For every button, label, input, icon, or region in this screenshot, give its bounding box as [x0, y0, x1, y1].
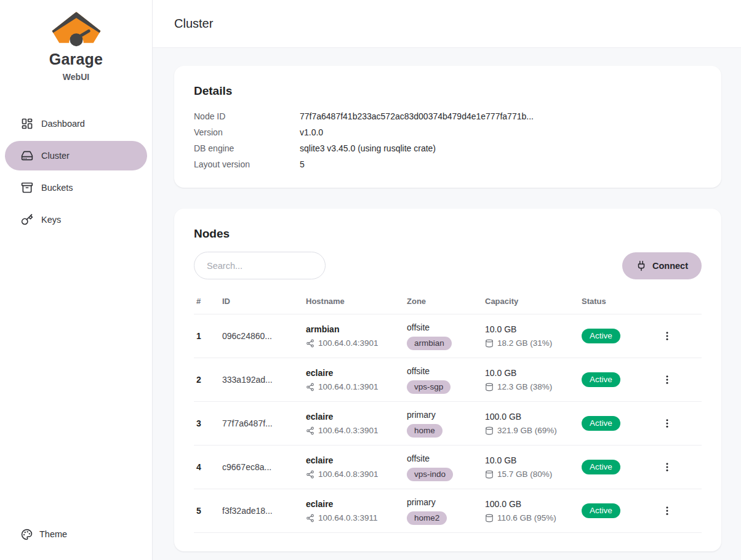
zone-tag-badge: home — [407, 424, 443, 438]
details-rows: Node ID 77f7a6487f41b233ac572ac83d00374b… — [194, 111, 702, 169]
node-usage-row: 18.2 GB (31%) — [485, 338, 577, 348]
garage-logo-icon — [50, 10, 102, 48]
sidebar-item-cluster[interactable]: Cluster — [5, 141, 147, 170]
table-row: 3 77f7a6487f... eclaire 100.64.0.3:3901 — [194, 402, 702, 446]
row-actions-menu-button[interactable] — [659, 503, 675, 519]
nodes-toolbar: Connect — [194, 252, 702, 279]
status-badge: Active — [582, 460, 620, 474]
node-hostname: armbian — [306, 324, 402, 335]
page-title: Cluster — [174, 17, 213, 31]
column-header-id: ID — [220, 288, 303, 314]
sidebar-item-label: Cluster — [41, 151, 70, 161]
node-address: 100.64.0.3:3901 — [318, 425, 379, 436]
sidebar-menu: Dashboard Cluster Buckets Keys — [0, 109, 152, 521]
details-title: Details — [194, 84, 702, 98]
node-capacity: 100.0 GB — [485, 411, 577, 423]
node-number: 4 — [194, 446, 220, 489]
zone-tag-badge: vps-sgp — [407, 380, 451, 394]
details-card: Details Node ID 77f7a6487f41b233ac572ac8… — [174, 66, 721, 188]
node-hostname: eclaire — [306, 411, 402, 423]
row-actions-menu-button[interactable] — [659, 459, 675, 475]
zone-tag-badge: armbian — [407, 337, 452, 350]
detail-row: Layout version 5 — [194, 159, 702, 169]
node-address: 100.64.0.8:3901 — [318, 469, 379, 479]
node-address: 100.64.0.1:3901 — [318, 382, 379, 392]
detail-value: sqlite3 v3.45.0 (using rusqlite crate) — [300, 143, 436, 153]
detail-label: DB engine — [194, 143, 300, 153]
connect-button[interactable]: Connect — [622, 252, 702, 279]
node-capacity: 10.0 GB — [485, 324, 577, 335]
node-zone: offsite — [407, 366, 480, 377]
plug-icon — [636, 260, 647, 271]
sidebar-item-dashboard[interactable]: Dashboard — [5, 109, 147, 138]
brand-name: Garage — [7, 50, 145, 68]
nodes-card: Nodes Connect # ID — [174, 209, 721, 551]
node-address-row: 100.64.0.3:3901 — [306, 425, 402, 436]
row-actions-menu-button[interactable] — [659, 415, 675, 431]
node-capacity: 100.0 GB — [485, 498, 577, 510]
node-id: f3f32ade18... — [220, 489, 303, 533]
brand: Garage WebUI — [0, 0, 152, 88]
search-input[interactable] — [194, 252, 326, 279]
share-icon — [306, 470, 314, 479]
share-icon — [306, 426, 314, 435]
zone-tag-badge: home2 — [407, 511, 447, 525]
share-icon — [306, 339, 314, 348]
nodes-title: Nodes — [194, 227, 702, 241]
database-icon — [485, 426, 494, 435]
detail-label: Node ID — [194, 111, 300, 121]
palette-icon — [21, 529, 33, 540]
detail-row: Node ID 77f7a6487f41b233ac572ac83d00374b… — [194, 111, 702, 121]
status-badge: Active — [582, 329, 620, 343]
dashboard-icon — [21, 118, 33, 130]
sidebar-item-buckets[interactable]: Buckets — [5, 173, 147, 202]
node-id: 333a192ad... — [220, 358, 303, 402]
detail-row: Version v1.0.0 — [194, 127, 702, 137]
node-usage-row: 15.7 GB (80%) — [485, 469, 577, 479]
connect-button-label: Connect — [652, 261, 688, 271]
hard-drive-icon — [21, 150, 33, 162]
status-badge: Active — [582, 503, 620, 518]
theme-button-label: Theme — [39, 529, 67, 539]
sidebar-item-label: Buckets — [41, 183, 73, 193]
sidebar-footer: Theme — [0, 521, 152, 560]
node-hostname: eclaire — [306, 455, 402, 466]
table-row: 2 333a192ad... eclaire 100.64.0.1:3901 — [194, 358, 702, 402]
detail-label: Version — [194, 127, 300, 137]
zone-tag-badge: vps-indo — [407, 468, 453, 481]
node-number: 2 — [194, 358, 220, 402]
row-actions-menu-button[interactable] — [659, 328, 675, 344]
share-icon — [306, 383, 314, 391]
sidebar: Garage WebUI Dashboard Cluster Buckets — [0, 0, 153, 560]
theme-button[interactable]: Theme — [5, 521, 83, 548]
column-header-status: Status — [579, 288, 657, 314]
node-address-row: 100.64.0.3:3911 — [306, 513, 402, 523]
node-zone: primary — [407, 497, 480, 508]
detail-label: Layout version — [194, 159, 300, 169]
column-header-actions — [657, 288, 702, 314]
database-icon — [485, 514, 494, 522]
row-actions-menu-button[interactable] — [659, 372, 675, 388]
table-row: 5 f3f32ade18... eclaire 100.64.0.3:3911 — [194, 489, 702, 533]
nodes-table-body: 1 096c24860... armbian 100.64.0.4:3901 — [194, 314, 702, 533]
kebab-menu-icon — [662, 505, 673, 516]
sidebar-item-label: Dashboard — [41, 119, 85, 129]
sidebar-item-keys[interactable]: Keys — [5, 205, 147, 234]
column-header-num: # — [194, 288, 220, 314]
node-address: 100.64.0.3:3911 — [318, 513, 378, 523]
key-icon — [21, 214, 33, 226]
nodes-table-header: # ID Hostname Zone Capacity Status — [194, 288, 702, 314]
sidebar-item-label: Keys — [41, 215, 61, 225]
node-id: 096c24860... — [220, 314, 303, 358]
table-row: 4 c9667ec8a... eclaire 100.64.0.8:3901 — [194, 446, 702, 489]
table-row: 1 096c24860... armbian 100.64.0.4:3901 — [194, 314, 702, 358]
node-capacity: 10.0 GB — [485, 455, 577, 466]
detail-value: v1.0.0 — [300, 127, 323, 137]
database-icon — [485, 383, 494, 391]
column-header-zone: Zone — [404, 288, 483, 314]
node-hostname: eclaire — [306, 498, 402, 510]
node-address: 100.64.0.4:3901 — [318, 338, 379, 348]
kebab-menu-icon — [662, 418, 673, 429]
node-hostname: eclaire — [306, 367, 402, 379]
node-usage-row: 12.3 GB (38%) — [485, 382, 577, 392]
